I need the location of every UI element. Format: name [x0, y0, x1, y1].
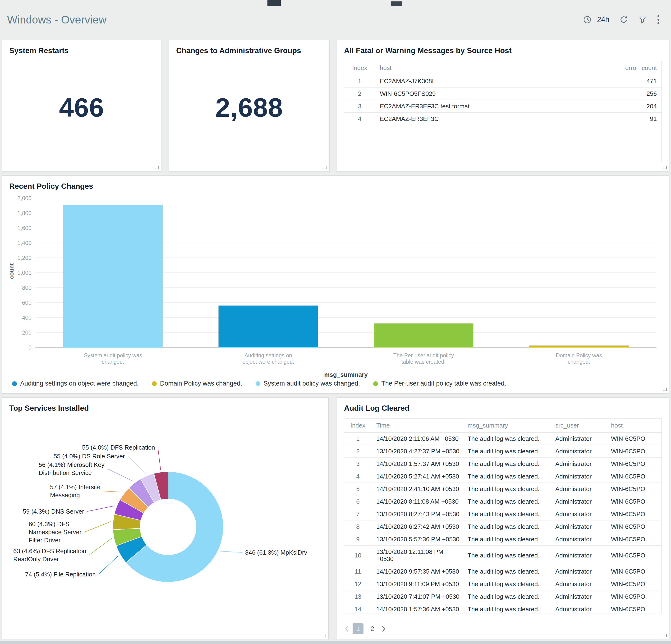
cell: WIN-6C5PO [606, 445, 661, 458]
y-tick-label: 1,000 [17, 269, 31, 276]
cell: WIN-6C5PO5FS029 [375, 88, 591, 100]
table-row[interactable]: 713/10/2020 8:27:43 PM +0530The audit lo… [344, 508, 661, 520]
table-row[interactable]: 814/10/2020 6:27:42 AM +0530The audit lo… [344, 520, 661, 533]
cell: WIN-6C5PO [606, 546, 661, 565]
cell: The audit log was cleared. [463, 590, 550, 603]
column-header-Index[interactable]: Index [344, 419, 371, 432]
filter-icon[interactable] [638, 15, 647, 24]
column-header-msg_summary[interactable]: msg_summary [463, 419, 550, 432]
y-tick-label: 2,000 [17, 195, 31, 201]
cell: WIN-6C5PO [606, 603, 661, 614]
cell: The audit log was cleared. [463, 520, 550, 533]
cell: 13/10/2020 5:57:36 PM +0530 [371, 533, 463, 546]
legend-dot [12, 381, 17, 386]
legend-item[interactable]: Auditing settings on object were changed… [12, 380, 139, 387]
column-header-error_count[interactable]: error_count [591, 61, 661, 75]
bar-3[interactable] [529, 345, 629, 348]
cell: WIN-6C5PO [606, 508, 661, 520]
page-button-2[interactable]: 2 [367, 623, 378, 634]
table-row[interactable]: 414/10/2020 5:27:41 AM +0530The audit lo… [344, 470, 661, 483]
table-row[interactable]: 514/10/2020 2:41:10 AM +0530The audit lo… [344, 483, 661, 495]
cell: WIN-6C5PO [606, 432, 661, 445]
panel-title: Audit Log Cleared [337, 397, 669, 413]
column-header-host[interactable]: host [606, 419, 661, 432]
legend-item[interactable]: Domain Policy was changed. [152, 380, 242, 387]
table-row[interactable]: 1EC2AMAZ-J7K308I471 [344, 75, 661, 88]
clock-icon [583, 15, 592, 24]
cell: Administrator [550, 578, 606, 590]
time-range-control[interactable]: -24h [583, 15, 609, 24]
table-row[interactable]: 4EC2AMAZ-ER3EF3C91 [344, 113, 661, 125]
kebab-menu-icon[interactable] [657, 14, 660, 25]
y-tick-label: 600 [22, 300, 31, 306]
resize-handle[interactable] [663, 634, 667, 637]
resize-handle[interactable] [663, 388, 667, 391]
table-row[interactable]: 1114/10/2020 9:57:35 AM +0530The audit l… [344, 565, 661, 578]
cell: The audit log was cleared. [463, 533, 550, 546]
cell: 13/10/2020 4:27:37 PM +0530 [371, 445, 463, 458]
cell: Administrator [550, 533, 606, 546]
slice-label: 56 (4.1%) Microsoft KeyDistribution Serv… [39, 461, 104, 476]
legend-item[interactable]: System audit policy was changed. [256, 380, 360, 387]
refresh-button[interactable] [619, 15, 628, 24]
y-tick-label: 1,600 [17, 225, 31, 231]
resize-handle[interactable] [155, 166, 159, 169]
column-header-Time[interactable]: Time [371, 419, 463, 432]
legend-label: System audit policy was changed. [264, 380, 360, 387]
cell: 13/10/2020 8:27:43 PM +0530 [371, 508, 463, 520]
panel-title: Recent Policy Changes [2, 176, 669, 191]
label-leader-line [128, 456, 146, 473]
table-row[interactable]: 213/10/2020 4:27:37 PM +0530The audit lo… [344, 445, 661, 458]
cell: 14/10/2020 1:57:37 AM +0530 [371, 458, 463, 470]
page-button-1[interactable]: 1 [353, 623, 364, 634]
table-row[interactable]: 614/10/2020 8:11:08 AM +0530The audit lo… [344, 495, 661, 508]
cell: WIN-6C5PO [606, 533, 661, 546]
table-row[interactable]: 1213/10/2020 9:11:09 PM +0530The audit l… [344, 578, 661, 590]
table-row[interactable]: 913/10/2020 5:57:36 PM +0530The audit lo… [344, 533, 661, 546]
legend-item[interactable]: The Per-user audit policy table was crea… [373, 380, 506, 387]
resize-handle[interactable] [323, 634, 326, 637]
table-row[interactable]: 1414/10/2020 1:57:36 AM +0530The audit l… [344, 603, 661, 614]
cell: 14/10/2020 6:27:42 AM +0530 [371, 520, 463, 533]
x-category-label: System audit policy waschanged. [84, 352, 142, 365]
table-row[interactable]: 2WIN-6C5PO5FS029256 [344, 88, 661, 100]
slice-label: 63 (4.6%) DFS ReplicationReadOnly Driver [13, 547, 86, 563]
bar-2[interactable] [374, 324, 473, 348]
slice-label: 55 (4.0%) DFS Replication [82, 444, 155, 451]
column-header-src_user[interactable]: src_user [550, 419, 606, 432]
slice-label: 846 (61.3%) MpKslDrv [245, 549, 307, 556]
next-page-button[interactable] [381, 625, 386, 633]
column-header-Index[interactable]: Index [344, 61, 375, 75]
slice-label: 74 (5.4%) File Replication [25, 571, 96, 578]
cell: Administrator [550, 483, 606, 495]
bar-0[interactable] [63, 205, 163, 348]
top-edge-artifact [391, 1, 402, 6]
chart-legend: Auditing settings on object were changed… [12, 380, 506, 387]
cell: Administrator [550, 565, 606, 578]
cell: EC2AMAZ-J7K308I [375, 75, 591, 88]
table-row[interactable]: 1013/10/2020 12:11:08 PM +0530The audit … [344, 546, 661, 565]
dashboard-header: Windows - Overview -24h [0, 0, 671, 39]
table-row[interactable]: 3EC2AMAZ-ER3EF3C.test.format204 [344, 100, 661, 113]
cell: 6 [344, 495, 371, 508]
table-row[interactable]: 1313/10/2020 7:41:07 PM +0530The audit l… [344, 590, 661, 603]
fatal-messages-table: Indexhosterror_count1EC2AMAZ-J7K308I4712… [344, 61, 661, 125]
table-row[interactable]: 114/10/2020 2:11:06 AM +0530The audit lo… [344, 432, 661, 445]
panel-recent-policy-changes: Recent Policy Changes 02004006008001,000… [2, 175, 669, 394]
resize-handle[interactable] [663, 166, 667, 169]
cell: 1 [344, 432, 371, 445]
cell: 2 [344, 88, 375, 100]
time-range-label: -24h [595, 15, 609, 24]
cell: The audit log was cleared. [463, 546, 550, 565]
bar-1[interactable] [219, 306, 318, 348]
cell: 4 [344, 470, 371, 483]
label-leader-line [99, 556, 118, 574]
label-leader-line [103, 491, 122, 492]
resize-handle[interactable] [324, 166, 327, 169]
cell: The audit log was cleared. [463, 445, 550, 458]
cell: 11 [344, 565, 371, 578]
previous-page-button[interactable] [344, 625, 349, 633]
column-header-host[interactable]: host [375, 61, 591, 75]
table-row[interactable]: 314/10/2020 1:57:37 AM +0530The audit lo… [344, 458, 661, 470]
cell: The audit log was cleared. [463, 458, 550, 470]
